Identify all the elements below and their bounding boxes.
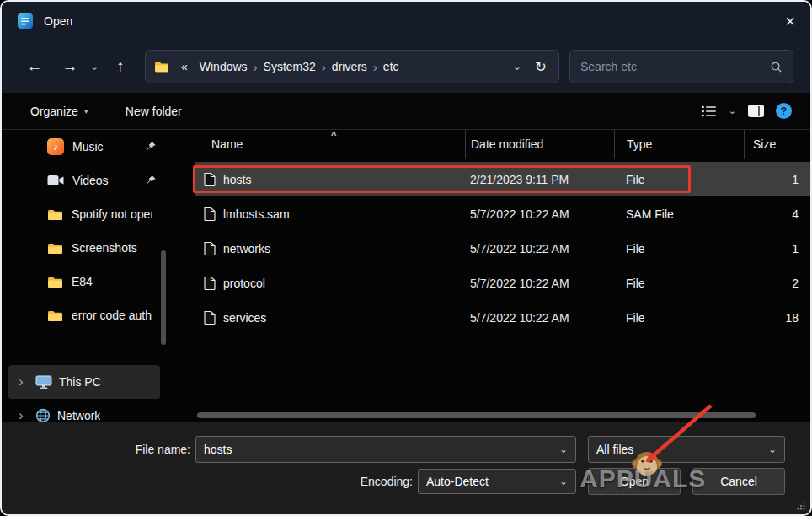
- list-header: ^ Name Date modified Type Size: [177, 130, 810, 159]
- sidebar-item-network[interactable]: › Network: [8, 399, 160, 423]
- address-bar[interactable]: « Windows › System32 › drivers › etc ⌄ ↻: [145, 50, 559, 83]
- file-icon: [204, 310, 216, 325]
- forward-button[interactable]: →: [57, 53, 83, 80]
- file-row-hosts[interactable]: hosts 2/21/2023 9:11 PM File 1: [177, 162, 810, 196]
- file-name: hosts: [223, 173, 251, 186]
- cancel-button[interactable]: Cancel: [692, 468, 785, 495]
- folder-icon: [47, 208, 63, 221]
- file-name-label: File name:: [96, 436, 190, 463]
- sidebar-item-label: Spotify not oper: [72, 207, 152, 221]
- chevron-down-icon: ▾: [84, 106, 88, 116]
- file-date: 2/21/2023 9:11 PM: [465, 173, 614, 186]
- open-button[interactable]: Open: [588, 468, 681, 495]
- file-icon: [204, 241, 216, 255]
- column-header-type[interactable]: Type: [614, 130, 744, 159]
- file-size: 1: [744, 242, 810, 255]
- navigation-pane: ♪ Music Videos: [2, 130, 177, 423]
- details-view-icon: [702, 105, 717, 117]
- address-dropdown-button[interactable]: ⌄: [503, 61, 532, 73]
- folder-icon: [47, 309, 63, 322]
- sidebar-item-label: error code auth: [72, 309, 152, 322]
- chevron-right-icon[interactable]: ›: [13, 374, 29, 390]
- file-type: SAM File: [614, 207, 744, 221]
- new-folder-button[interactable]: New folder: [126, 105, 182, 118]
- sidebar-item-this-pc[interactable]: › This PC: [8, 365, 160, 399]
- file-size: 2: [744, 277, 810, 290]
- file-size: 18: [744, 311, 810, 325]
- horizontal-scrollbar[interactable]: [197, 412, 756, 418]
- dialog-content: ♪ Music Videos: [2, 130, 810, 423]
- preview-pane-icon[interactable]: [748, 105, 764, 117]
- sidebar-item-folder[interactable]: error code auth: [2, 298, 177, 332]
- sidebar-divider: [15, 341, 158, 341]
- breadcrumb-item[interactable]: Windows: [195, 60, 253, 73]
- resize-grip[interactable]: [796, 501, 806, 511]
- file-name: protocol: [223, 277, 265, 290]
- sidebar-item-videos[interactable]: Videos: [2, 164, 177, 197]
- encoding-combobox[interactable]: Auto-Detect ⌄: [418, 469, 576, 494]
- breadcrumb-overflow-button[interactable]: «: [176, 60, 193, 73]
- file-name-input[interactable]: [204, 443, 553, 456]
- view-mode-dropdown-button[interactable]: ⌄: [729, 105, 736, 116]
- file-type: File: [614, 311, 744, 325]
- sort-ascending-icon: ^: [331, 130, 336, 140]
- sidebar-item-music[interactable]: ♪ Music: [2, 130, 177, 164]
- organize-label: Organize: [30, 105, 78, 118]
- up-button[interactable]: ↑: [108, 53, 133, 80]
- file-type: File: [614, 277, 744, 290]
- file-row[interactable]: services 5/7/2022 10:22 AM File 18: [177, 300, 810, 335]
- column-header-date-modified[interactable]: Date modified: [465, 130, 614, 159]
- file-date: 5/7/2022 10:22 AM: [465, 242, 614, 255]
- sidebar-item-label: E84: [72, 275, 93, 288]
- file-rows: hosts 2/21/2023 9:11 PM File 1 lmhosts.s…: [177, 162, 810, 335]
- recent-locations-button[interactable]: ⌄: [86, 53, 103, 80]
- column-header-size[interactable]: Size: [744, 130, 810, 159]
- file-icon: [204, 172, 216, 186]
- file-type: File: [614, 242, 744, 255]
- sidebar-item-folder[interactable]: E84: [2, 265, 177, 298]
- file-date: 5/7/2022 10:22 AM: [465, 277, 614, 290]
- breadcrumb-separator-icon: ›: [372, 60, 378, 74]
- folder-icon: [154, 61, 169, 73]
- file-name-combobox[interactable]: ⌄: [195, 436, 576, 463]
- file-date: 5/7/2022 10:22 AM: [465, 311, 614, 325]
- chevron-down-icon: ⌄: [553, 476, 568, 487]
- file-row[interactable]: protocol 5/7/2022 10:22 AM File 2: [177, 266, 810, 300]
- sidebar-item-folder[interactable]: Spotify not oper: [2, 197, 177, 231]
- encoding-label: Encoding:: [335, 469, 413, 494]
- organize-button[interactable]: Organize ▾: [30, 105, 88, 118]
- view-mode-button[interactable]: [702, 105, 717, 117]
- refresh-button[interactable]: ↻: [532, 58, 550, 76]
- breadcrumb-item[interactable]: System32: [259, 60, 321, 73]
- sidebar-item-label: This PC: [59, 375, 101, 389]
- file-size: 4: [744, 207, 810, 221]
- file-name: lmhosts.sam: [223, 207, 290, 221]
- videos-icon: [47, 175, 64, 186]
- file-icon: [204, 207, 216, 221]
- file-row[interactable]: networks 5/7/2022 10:22 AM File 1: [177, 231, 810, 266]
- search-icon: [770, 61, 783, 73]
- back-button[interactable]: ←: [22, 53, 47, 80]
- title-bar: Open ×: [2, 2, 810, 40]
- chevron-down-icon: ⌄: [553, 443, 568, 455]
- sidebar-item-label: Network: [57, 409, 100, 422]
- breadcrumb-separator-icon: ›: [321, 60, 327, 74]
- help-icon[interactable]: ?: [776, 103, 792, 119]
- search-input[interactable]: [580, 60, 770, 73]
- sidebar-item-folder[interactable]: Screenshots: [2, 231, 177, 265]
- chevron-down-icon: ⌄: [761, 443, 777, 455]
- this-pc-icon: [35, 374, 52, 390]
- breadcrumb-item[interactable]: etc: [378, 60, 404, 73]
- open-dialog-window: Open × ← → ⌄ ↑ « Windows › System32 › dr…: [0, 0, 812, 516]
- pin-icon: [146, 175, 157, 185]
- column-header-name[interactable]: Name: [177, 130, 465, 159]
- file-row[interactable]: lmhosts.sam 5/7/2022 10:22 AM SAM File 4: [177, 196, 810, 231]
- music-icon: ♪: [47, 138, 64, 155]
- close-button[interactable]: ×: [785, 13, 795, 30]
- sidebar-scrollbar[interactable]: [161, 250, 166, 345]
- file-date: 5/7/2022 10:22 AM: [465, 207, 614, 221]
- search-box: [569, 50, 793, 83]
- navigation-bar: ← → ⌄ ↑ « Windows › System32 › drivers ›…: [2, 40, 810, 93]
- file-type-combobox[interactable]: All files ⌄: [588, 436, 785, 463]
- breadcrumb-item[interactable]: drivers: [327, 60, 372, 73]
